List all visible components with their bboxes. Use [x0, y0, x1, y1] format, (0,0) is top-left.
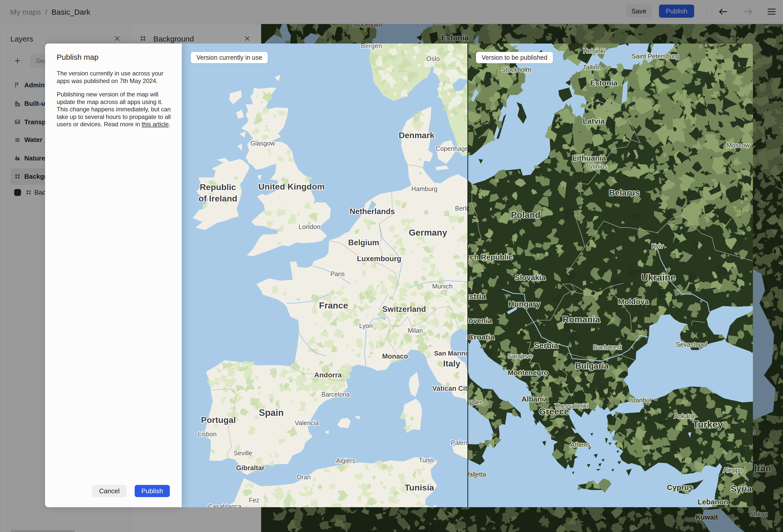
svg-text:Glasgow: Glasgow [250, 140, 275, 147]
svg-text:Bulgaria: Bulgaria [575, 361, 609, 371]
svg-text:Lisbon: Lisbon [198, 431, 217, 438]
svg-text:Tunis: Tunis [419, 457, 434, 464]
svg-text:Tunisia: Tunisia [405, 483, 435, 492]
svg-text:Gibraltar: Gibraltar [236, 464, 265, 472]
svg-text:Serbia: Serbia [534, 341, 559, 350]
svg-text:United Kingdom: United Kingdom [258, 182, 325, 191]
svg-text:Sevastopol: Sevastopol [676, 341, 707, 348]
svg-text:Cyprus: Cyprus [667, 483, 693, 492]
svg-text:Albania: Albania [522, 395, 549, 403]
svg-text:Romania: Romania [563, 314, 600, 324]
svg-text:Hamburg: Hamburg [411, 185, 438, 192]
svg-text:Syria: Syria [731, 484, 752, 494]
svg-text:Turkey: Turkey [693, 419, 723, 430]
svg-text:Valencia: Valencia [295, 419, 319, 427]
svg-text:Athens: Athens [570, 441, 590, 448]
svg-text:Belarus: Belarus [609, 188, 639, 197]
svg-text:Croatia: Croatia [468, 333, 495, 341]
svg-text:Moscow: Moscow [726, 142, 750, 149]
svg-text:Vilnius: Vilnius [589, 163, 607, 170]
svg-text:Seville: Seville [233, 449, 252, 457]
svg-text:Ukraine: Ukraine [641, 272, 676, 283]
svg-text:Valletta: Valletta [465, 471, 486, 478]
svg-text:Istanbul: Istanbul [629, 397, 651, 404]
svg-text:Ankara: Ankara [674, 412, 694, 419]
svg-text:Bergen: Bergen [361, 43, 382, 50]
svg-text:Lebanon: Lebanon [698, 498, 728, 506]
svg-text:Tallinn: Tallinn [583, 64, 601, 71]
svg-text:Hungary: Hungary [508, 300, 540, 309]
svg-text:London: London [299, 223, 321, 230]
svg-text:Vatican City: Vatican City [432, 385, 471, 392]
svg-text:Poland: Poland [511, 210, 540, 220]
svg-text:Republic: Republic [200, 182, 236, 192]
svg-text:Belgium: Belgium [348, 238, 379, 247]
svg-text:Luxembourg: Luxembourg [357, 255, 401, 263]
svg-text:Lyon: Lyon [359, 322, 373, 329]
svg-text:Stockholm: Stockholm [502, 66, 531, 73]
svg-text:Latvia: Latvia [583, 117, 605, 125]
svg-text:Bucharest: Bucharest [593, 344, 622, 351]
svg-text:Monaco: Monaco [382, 352, 408, 360]
svg-text:Slovakia: Slovakia [515, 273, 545, 282]
svg-text:Italy: Italy [443, 358, 460, 368]
svg-text:Denmark: Denmark [399, 131, 435, 140]
svg-text:Switzerland: Switzerland [382, 305, 426, 314]
svg-text:Portugal: Portugal [201, 415, 236, 425]
svg-text:Saint Petersburg: Saint Petersburg [632, 53, 679, 60]
svg-text:Barcelona: Barcelona [321, 391, 350, 398]
svg-text:Paris: Paris [331, 270, 345, 277]
svg-text:Moldova: Moldova [618, 298, 649, 306]
svg-text:Aleppo: Aleppo [723, 466, 743, 473]
svg-text:Helsinki: Helsinki [583, 47, 605, 55]
svg-text:Spain: Spain [259, 407, 284, 418]
svg-text:France: France [319, 301, 348, 310]
svg-text:Andorra: Andorra [314, 371, 342, 379]
svg-text:Greece: Greece [539, 406, 569, 416]
svg-text:Netherlands: Netherlands [349, 207, 395, 216]
svg-text:Kyiv: Kyiv [651, 243, 663, 250]
svg-text:Casablanca: Casablanca [208, 503, 242, 507]
svg-text:Algiers: Algiers [336, 457, 355, 464]
svg-text:Oslo: Oslo [426, 55, 440, 63]
svg-text:Sarajevo: Sarajevo [508, 352, 533, 359]
svg-text:Montenegro: Montenegro [508, 369, 548, 377]
svg-text:Lithuania: Lithuania [572, 154, 606, 162]
svg-text:Milan: Milan [408, 327, 423, 334]
svg-text:San Marino: San Marino [434, 349, 469, 357]
svg-text:Oran: Oran [296, 473, 311, 481]
svg-text:Copenhagen: Copenhagen [436, 145, 472, 152]
svg-text:Munich: Munich [432, 283, 453, 290]
svg-text:Fez: Fez [249, 497, 259, 504]
svg-text:Estonia: Estonia [590, 79, 618, 87]
svg-text:of Ireland: of Ireland [198, 194, 237, 203]
svg-text:Germany: Germany [409, 227, 447, 238]
